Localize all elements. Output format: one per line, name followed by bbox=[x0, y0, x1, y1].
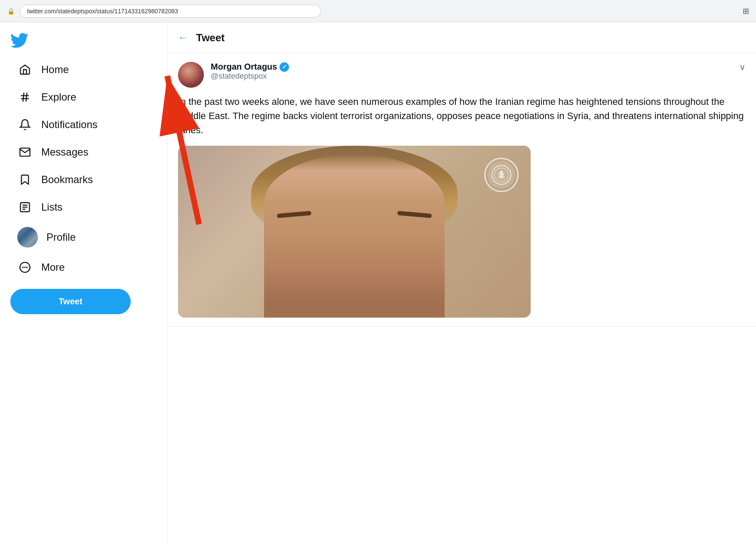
sidebar-item-more-label: More bbox=[41, 261, 65, 273]
more-icon bbox=[17, 260, 33, 275]
browser-bar: 🔒 twitter.com/statedeptspox/status/11714… bbox=[0, 0, 756, 22]
home-icon bbox=[17, 62, 33, 77]
url-bar[interactable]: twitter.com/statedeptspox/status/1171433… bbox=[20, 5, 321, 18]
sidebar-item-lists[interactable]: Lists bbox=[10, 194, 157, 220]
tweet-author-row: Morgan Ortagus ✓ @statedeptspox ∨ bbox=[178, 62, 746, 88]
us-seal-watermark bbox=[484, 158, 519, 192]
lists-icon bbox=[17, 199, 33, 215]
sidebar-item-more[interactable]: More bbox=[10, 254, 157, 280]
svg-line-4 bbox=[23, 93, 24, 102]
translate-icon[interactable]: ⊞ bbox=[743, 6, 749, 16]
sidebar-item-lists-label: Lists bbox=[41, 201, 62, 213]
twitter-logo[interactable] bbox=[10, 29, 33, 52]
tweet-options-caret[interactable]: ∨ bbox=[739, 62, 746, 72]
verified-badge: ✓ bbox=[280, 62, 289, 72]
hashtag-icon bbox=[17, 89, 33, 105]
sidebar-item-profile-label: Profile bbox=[46, 231, 76, 243]
author-info: Morgan Ortagus ✓ @statedeptspox bbox=[211, 62, 732, 81]
sidebar-item-notifications[interactable]: Notifications bbox=[10, 112, 157, 138]
author-name-row: Morgan Ortagus ✓ bbox=[211, 62, 732, 72]
sidebar-item-bookmarks-label: Bookmarks bbox=[41, 174, 93, 186]
page-title: Tweet bbox=[196, 32, 224, 44]
avatar bbox=[17, 227, 38, 248]
author-display-name: Morgan Ortagus bbox=[211, 62, 277, 72]
sidebar-item-messages-label: Messages bbox=[41, 146, 88, 158]
sidebar-item-explore[interactable]: Explore bbox=[10, 84, 157, 110]
tweet-image[interactable] bbox=[178, 146, 531, 318]
lock-icon: 🔒 bbox=[7, 7, 15, 15]
sidebar: Home Explore Notifications bbox=[0, 22, 168, 545]
author-avatar[interactable] bbox=[178, 62, 204, 88]
tweet-content: Morgan Ortagus ✓ @statedeptspox ∨ In the… bbox=[168, 53, 756, 327]
sidebar-item-messages[interactable]: Messages bbox=[10, 139, 157, 165]
sidebar-item-notifications-label: Notifications bbox=[41, 119, 98, 131]
sidebar-item-home[interactable]: Home bbox=[10, 57, 157, 83]
sidebar-item-bookmarks[interactable]: Bookmarks bbox=[10, 167, 157, 193]
svg-point-16 bbox=[500, 171, 503, 173]
app-layout: Home Explore Notifications bbox=[0, 22, 756, 545]
tweet-text: In the past two weeks alone, we have see… bbox=[178, 95, 746, 137]
tweet-page-header: ← Tweet bbox=[168, 22, 756, 53]
bell-icon bbox=[17, 117, 33, 132]
back-button[interactable]: ← bbox=[178, 32, 187, 43]
envelope-icon bbox=[17, 144, 33, 160]
author-handle: @statedeptspox bbox=[211, 72, 732, 81]
sidebar-item-profile[interactable]: Profile bbox=[10, 222, 157, 253]
sidebar-item-explore-label: Explore bbox=[41, 91, 76, 103]
svg-line-5 bbox=[26, 93, 27, 102]
tweet-compose-button[interactable]: Tweet bbox=[10, 289, 131, 314]
bookmark-icon bbox=[17, 172, 33, 187]
main-content: ← Tweet Morgan Ortagus ✓ @statedeptspox … bbox=[168, 22, 756, 545]
sidebar-item-home-label: Home bbox=[41, 64, 69, 76]
